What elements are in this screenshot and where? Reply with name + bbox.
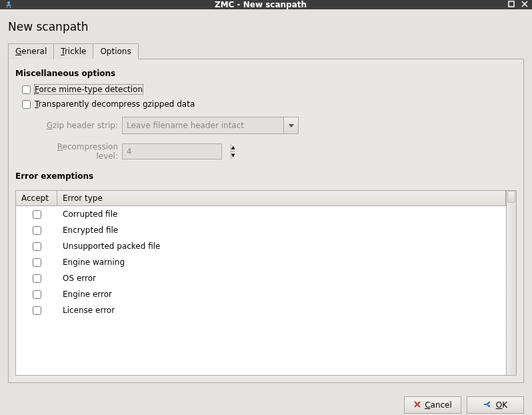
force-mime-label[interactable]: Force mime-type detection: [35, 85, 143, 94]
close-button[interactable]: [521, 0, 528, 9]
error-type-cell: Unsupported packed file: [57, 242, 506, 251]
error-type-cell: Encrypted file: [57, 226, 506, 235]
table-row[interactable]: OS error: [16, 270, 506, 286]
recompression-value[interactable]: [123, 144, 231, 159]
accept-checkbox[interactable]: [33, 274, 41, 283]
tab-bar: General Trickle Options: [8, 43, 524, 59]
chevron-down-icon: [289, 124, 294, 127]
accept-checkbox[interactable]: [33, 306, 41, 315]
window-title: ZMC - New scanpath: [13, 0, 508, 9]
gzip-strip-label: Gzip header strip:: [34, 121, 122, 130]
app-icon: [4, 0, 13, 9]
error-type-cell: License error: [57, 306, 506, 315]
error-type-cell: OS error: [57, 274, 506, 283]
misc-options-title: Miscellaneous options: [15, 69, 517, 78]
gzip-strip-combo[interactable]: [122, 117, 299, 134]
gzip-strip-dropdown-button[interactable]: [283, 117, 298, 133]
error-type-cell: Engine error: [57, 290, 506, 299]
page-title: New scanpath: [8, 16, 524, 43]
gzip-strip-value[interactable]: [123, 117, 283, 133]
table-row[interactable]: Encrypted file: [16, 222, 506, 238]
accept-checkbox[interactable]: [33, 258, 41, 267]
table-header: Accept Error type: [16, 191, 506, 206]
svg-rect-1: [509, 1, 514, 7]
accept-checkbox[interactable]: [33, 290, 41, 299]
scrollbar-thumb[interactable]: [507, 191, 515, 203]
svg-point-0: [7, 1, 10, 4]
ok-button[interactable]: OK: [467, 396, 524, 414]
cancel-icon: [413, 400, 421, 410]
spinner-down-button[interactable]: ▼: [231, 152, 235, 159]
transparent-gzip-checkbox[interactable]: [22, 100, 31, 109]
ok-icon: [483, 400, 493, 410]
column-header-error-type[interactable]: Error type: [57, 191, 506, 205]
table-row[interactable]: Unsupported packed file: [16, 238, 506, 254]
cancel-button[interactable]: Cancel: [404, 396, 461, 414]
tab-general[interactable]: General: [8, 43, 54, 59]
force-mime-checkbox[interactable]: [22, 85, 31, 94]
table-row[interactable]: Engine warning: [16, 254, 506, 270]
recompression-spinner[interactable]: ▲ ▼: [122, 143, 222, 159]
titlebar: ZMC - New scanpath: [0, 0, 532, 9]
table-row[interactable]: Corrupted file: [16, 206, 506, 222]
error-table: Accept Error type Corrupted fileEncrypte…: [15, 190, 517, 376]
dialog-buttons: Cancel OK: [0, 390, 532, 415]
table-row[interactable]: Engine error: [16, 286, 506, 302]
recompression-label: Recompression level:: [34, 142, 122, 161]
error-exemptions-title: Error exemptions: [15, 171, 517, 181]
tab-page-options: Miscellaneous options Force mime-type de…: [8, 59, 524, 383]
transparent-gzip-label[interactable]: Transparently decompress gzipped data: [35, 99, 195, 109]
accept-checkbox[interactable]: [33, 226, 41, 235]
maximize-button[interactable]: [508, 0, 515, 9]
error-type-cell: Corrupted file: [57, 210, 506, 219]
spinner-up-button[interactable]: ▲: [231, 144, 235, 152]
tab-trickle[interactable]: Trickle: [53, 43, 93, 59]
tab-options[interactable]: Options: [93, 43, 138, 59]
window: ZMC - New scanpath New scanpath General …: [0, 0, 532, 415]
column-header-accept[interactable]: Accept: [16, 191, 57, 205]
table-scrollbar[interactable]: [506, 191, 516, 375]
table-row[interactable]: License error: [16, 302, 506, 318]
accept-checkbox[interactable]: [33, 210, 41, 219]
accept-checkbox[interactable]: [33, 242, 41, 251]
error-type-cell: Engine warning: [57, 258, 506, 267]
